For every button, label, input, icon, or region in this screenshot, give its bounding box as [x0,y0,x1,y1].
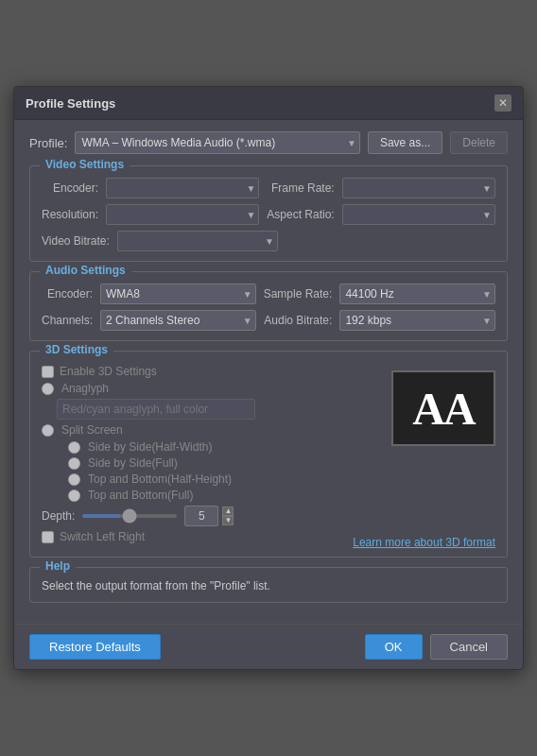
sample-rate-label: Sample Rate: [264,287,333,301]
3d-settings-title: 3D Settings [40,343,113,356]
aspect-ratio-label: Aspect Ratio: [267,208,334,221]
ok-button[interactable]: OK [365,634,423,660]
sample-rate-select-wrapper: 44100 Hz ▼ [339,284,495,304]
profile-select[interactable]: WMA – Windows Media Audio (*.wma) [75,131,359,154]
depth-down-button[interactable]: ▼ [222,516,234,525]
cancel-button[interactable]: Cancel [430,634,508,660]
encoder-select-wrapper: ▼ [106,178,259,198]
switch-lr-checkbox[interactable] [42,531,54,543]
side-by-side-full-row: Side by Side(Full) [68,456,495,470]
depth-up-button[interactable]: ▲ [222,507,234,516]
enable-3d-checkbox[interactable] [42,366,54,378]
frame-rate-label: Frame Rate: [267,181,334,195]
enable-3d-label: Enable 3D Settings [60,365,157,378]
learn-more-link[interactable]: Learn more about 3D format [353,536,495,549]
audio-encoder-select-wrapper: WMA8 ▼ [100,284,256,304]
encoder-select[interactable] [106,178,259,198]
audio-settings-grid: Encoder: WMA8 ▼ Sample Rate: 44100 Hz ▼ … [42,284,495,331]
audio-encoder-select[interactable]: WMA8 [100,284,256,304]
depth-spinner: ▲ ▼ [222,507,234,525]
title-bar: Profile Settings ✕ [14,87,523,120]
side-by-side-half-label: Side by Side(Half-Width) [88,440,212,454]
profile-settings-dialog: Profile Settings ✕ Profile: WMA – Window… [13,86,524,670]
depth-label: Depth: [42,509,75,523]
channels-select-wrapper: 2 Channels Stereo ▼ [100,310,256,331]
resolution-select[interactable] [106,204,259,225]
audio-settings-section: Audio Settings Encoder: WMA8 ▼ Sample Ra… [29,271,508,341]
video-bitrate-select-wrapper: ▼ [117,231,278,251]
video-settings-section: Video Settings Encoder: ▼ Frame Rate: ▼ … [29,165,508,262]
aspect-ratio-select-wrapper: ▼ [342,204,495,225]
top-bottom-half-row: Top and Bottom(Half-Height) [68,472,495,486]
top-bottom-half-radio[interactable] [68,473,80,486]
3d-preview-box: AA [391,370,495,446]
anaglyph-radio[interactable] [42,383,54,395]
close-button[interactable]: ✕ [494,94,511,112]
anaglyph-type-select[interactable]: Red/cyan anaglyph, full color [57,399,255,420]
top-bottom-half-label: Top and Bottom(Half-Height) [88,472,232,486]
video-bitrate-row: Video Bitrate: ▼ [42,231,495,251]
profile-select-wrapper: WMA – Windows Media Audio (*.wma) ▼ [75,131,359,154]
frame-rate-select-wrapper: ▼ [342,178,495,198]
audio-bitrate-select[interactable]: 192 kbps [339,310,495,331]
profile-row: Profile: WMA – Windows Media Audio (*.wm… [29,131,508,154]
top-bottom-full-radio[interactable] [68,490,80,502]
side-by-side-full-radio[interactable] [68,457,80,470]
split-screen-label: Split Screen [61,423,123,437]
depth-value: 5 [184,506,218,526]
preview-text: AA [412,383,474,435]
restore-defaults-button[interactable]: Restore Defaults [29,634,161,660]
video-bitrate-label: Video Bitrate: [42,234,110,248]
video-settings-grid: Encoder: ▼ Frame Rate: ▼ Resolution: [42,178,495,225]
dialog-body: Profile: WMA – Windows Media Audio (*.wm… [14,120,523,624]
save-as-button[interactable]: Save as... [368,131,442,154]
resolution-label: Resolution: [42,208,98,221]
switch-lr-label: Switch Left Right [60,530,145,543]
channels-select[interactable]: 2 Channels Stereo [100,310,256,331]
help-section: Help Select the output format from the "… [29,567,508,603]
encoder-label: Encoder: [42,181,98,195]
resolution-select-wrapper: ▼ [106,204,259,225]
anaglyph-label: Anaglyph [61,382,109,395]
footer-right-buttons: OK Cancel [365,634,508,660]
depth-row: Depth: 5 ▲ ▼ [42,506,495,526]
side-by-side-full-label: Side by Side(Full) [88,456,178,470]
help-text: Select the output format from the "Profi… [42,579,495,593]
video-bitrate-select[interactable] [117,231,278,251]
split-screen-radio[interactable] [42,424,54,437]
audio-settings-title: Audio Settings [40,264,131,277]
3d-settings-section: 3D Settings Enable 3D Settings Anaglyph … [29,351,508,558]
dialog-title: Profile Settings [26,96,115,111]
depth-slider[interactable] [82,514,177,518]
sample-rate-select[interactable]: 44100 Hz [339,284,495,304]
help-title: Help [40,559,76,573]
video-settings-title: Video Settings [40,158,130,171]
audio-bitrate-label: Audio Bitrate: [264,314,333,327]
profile-label: Profile: [29,136,67,150]
frame-rate-select[interactable] [342,178,495,198]
audio-encoder-label: Encoder: [42,287,93,301]
side-by-side-half-radio[interactable] [68,441,80,454]
top-bottom-full-row: Top and Bottom(Full) [68,489,495,502]
split-screen-options: Side by Side(Half-Width) Side by Side(Fu… [68,440,495,502]
audio-bitrate-select-wrapper: 192 kbps ▼ [339,310,495,331]
delete-button[interactable]: Delete [450,131,508,154]
top-bottom-full-label: Top and Bottom(Full) [88,489,193,502]
dialog-footer: Restore Defaults OK Cancel [14,624,523,669]
channels-label: Channels: [42,314,93,327]
aspect-ratio-select[interactable] [342,204,495,225]
